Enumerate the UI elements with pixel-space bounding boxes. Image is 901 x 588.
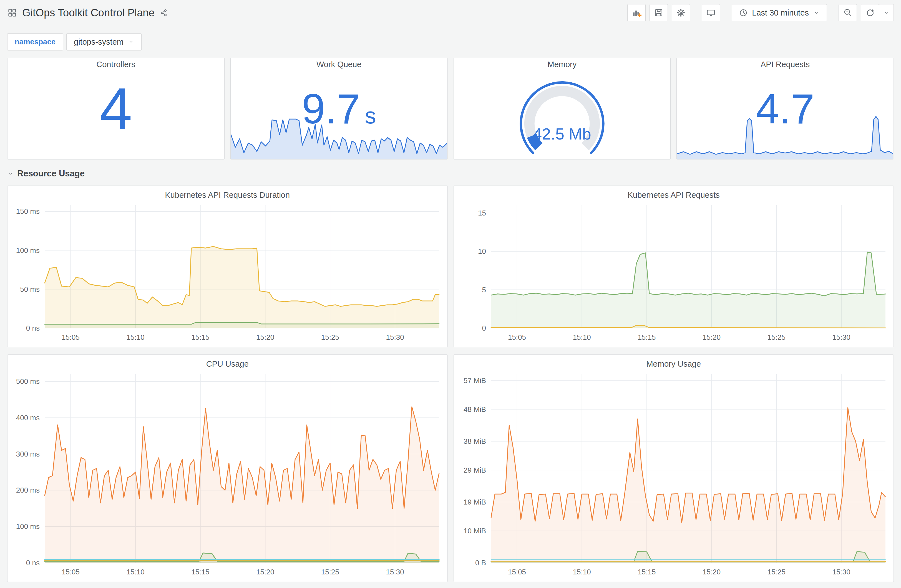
y-axis-label: 10: [478, 247, 486, 255]
x-axis-label: 15:10: [573, 568, 591, 576]
timeseries-plot[interactable]: 0 ns100 ms200 ms300 ms400 ms500 ms15:051…: [11, 370, 444, 579]
legend-header: avgcurrent: [458, 579, 889, 582]
y-axis-label: 500 ms: [16, 377, 40, 386]
y-axis-label: 150 ms: [16, 207, 40, 216]
x-axis-label: 15:15: [191, 568, 209, 576]
time-range-label: Last 30 minutes: [752, 8, 809, 17]
page-title[interactable]: GitOps Toolkit Control Plane: [22, 7, 154, 19]
x-axis-label: 15:15: [638, 333, 656, 341]
chevron-down-icon: [813, 9, 820, 16]
add-panel-button[interactable]: [627, 4, 645, 21]
y-axis-label: 100 ms: [16, 522, 40, 530]
panel-cpu-usage: CPU Usage 0 ns100 ms200 ms300 ms400 ms50…: [7, 355, 448, 582]
panel-memory: Memory 42.5 Mb: [454, 58, 671, 159]
y-axis-label: 400 ms: [16, 414, 40, 422]
add-panel-icon: [631, 8, 641, 18]
time-range-picker[interactable]: Last 30 minutes: [732, 4, 827, 21]
panel-title[interactable]: Memory: [454, 58, 670, 71]
stat-value: 9.7s: [231, 88, 447, 130]
legend-header: avgcurrent: [12, 579, 443, 582]
x-axis-label: 15:10: [573, 333, 591, 341]
save-dashboard-icon: [654, 8, 663, 17]
stat-value: 4: [8, 79, 224, 138]
memory-gauge: 42.5 Mb: [511, 72, 613, 156]
y-axis-label: 48 MiB: [463, 405, 486, 414]
y-axis-label: 0 ns: [26, 558, 40, 567]
tv-icon: [706, 8, 716, 17]
x-axis-label: 15:30: [386, 333, 404, 341]
x-axis-label: 15:25: [767, 568, 785, 576]
legend-sort-current[interactable]: current: [382, 347, 439, 347]
y-axis-label: 50 ms: [20, 285, 40, 294]
y-axis-label: 29 MiB: [463, 466, 486, 474]
x-axis-label: 15:10: [126, 333, 145, 341]
legend-sort-avg[interactable]: avg: [329, 347, 382, 347]
panel-title[interactable]: API Requests: [677, 58, 893, 71]
panel-title[interactable]: Kubernetes API Requests: [458, 188, 890, 201]
x-axis-label: 15:25: [767, 333, 785, 341]
x-axis-label: 15:05: [508, 333, 526, 341]
y-axis-label: 100 ms: [16, 246, 40, 255]
panel-title[interactable]: CPU Usage: [11, 358, 444, 370]
chart-svg: 0 ns100 ms200 ms300 ms400 ms500 ms15:051…: [11, 370, 444, 578]
panel-k8s-api-requests: Kubernetes API Requests 05101515:0515:10…: [454, 185, 894, 347]
legend-sort-current[interactable]: current: [382, 581, 439, 582]
dashboard-settings-button[interactable]: [672, 4, 690, 21]
save-dashboard-button[interactable]: [650, 4, 668, 21]
x-axis-label: 15:05: [508, 568, 526, 576]
toolbar: Last 30 minutes: [627, 4, 894, 21]
y-axis-label: 19 MiB: [463, 498, 486, 506]
panel-memory-usage: Memory Usage 0 B10 MiB19 MiB29 MiB38 MiB…: [454, 355, 894, 582]
refresh-button[interactable]: [861, 4, 879, 21]
x-axis-label: 15:30: [832, 333, 850, 341]
charts-row-1: Kubernetes API Requests Duration 0 ns50 …: [7, 185, 894, 347]
legend-sort-avg[interactable]: avg: [776, 581, 828, 582]
panel-title[interactable]: Memory Usage: [458, 358, 890, 370]
clock-icon: [739, 8, 748, 17]
legend-header: avgcurrent: [12, 345, 443, 347]
y-axis-label: 10 MiB: [463, 527, 486, 535]
dashboard-header: GitOps Toolkit Control Plane: [0, 0, 901, 25]
y-axis-label: 57 MiB: [463, 376, 486, 385]
x-axis-label: 15:30: [386, 568, 404, 576]
timeseries-plot[interactable]: 0 ns50 ms100 ms150 ms15:0515:1015:1515:2…: [11, 201, 444, 345]
x-axis-label: 15:25: [321, 568, 339, 576]
cycle-view-button[interactable]: [702, 4, 720, 21]
x-axis-label: 15:15: [638, 568, 656, 576]
charts-row-2: CPU Usage 0 ns100 ms200 ms300 ms400 ms50…: [7, 355, 894, 582]
y-axis-label: 0 ns: [26, 324, 40, 332]
x-axis-label: 15:10: [126, 568, 145, 576]
timeseries-plot[interactable]: 0 B10 MiB19 MiB29 MiB38 MiB48 MiB57 MiB1…: [458, 370, 890, 579]
variable-value-dropdown[interactable]: gitops-system: [66, 33, 142, 50]
legend-sort-current[interactable]: current: [828, 347, 885, 347]
refresh-interval-dropdown[interactable]: [879, 4, 894, 21]
panel-controllers: Controllers 4: [7, 58, 224, 159]
dashboard-grid-icon[interactable]: [7, 8, 17, 18]
y-axis-label: 300 ms: [16, 450, 40, 458]
panel-work-queue: Work Queue 9.7s: [231, 58, 448, 159]
chevron-down-icon: [128, 39, 134, 45]
legend-sort-avg[interactable]: avg: [776, 347, 828, 347]
panel-title[interactable]: Work Queue: [231, 58, 447, 71]
share-icon[interactable]: [160, 8, 168, 17]
variable-value: gitops-system: [74, 37, 123, 47]
x-axis-label: 15:20: [703, 568, 720, 576]
x-axis-label: 15:20: [256, 568, 274, 576]
refresh-icon: [865, 8, 874, 17]
legend-sort-current[interactable]: current: [828, 581, 885, 582]
panel-title[interactable]: Controllers: [8, 58, 224, 71]
chart-svg: 0 ns50 ms100 ms150 ms15:0515:1015:1515:2…: [11, 201, 444, 344]
chevron-down-icon: [7, 170, 14, 177]
timeseries-plot[interactable]: 05101515:0515:1015:1515:2015:2515:30: [458, 201, 890, 345]
legend: avgcurrenthelm-controller-57f9b56bbf-k24…: [11, 579, 444, 582]
legend-sort-avg[interactable]: avg: [329, 581, 382, 582]
chevron-down-icon: [883, 9, 890, 16]
y-axis-label: 0: [482, 324, 486, 332]
panel-title[interactable]: Kubernetes API Requests Duration: [11, 188, 444, 201]
stat-unit: s: [365, 103, 376, 128]
x-axis-label: 15:15: [191, 333, 209, 341]
stats-row: Controllers 4 Work Queue 9.7s Memory 42.…: [7, 58, 894, 159]
panel-k8s-api-requests-duration: Kubernetes API Requests Duration 0 ns50 …: [7, 185, 448, 347]
row-toggle-resource-usage[interactable]: Resource Usage: [7, 168, 894, 179]
zoom-out-button[interactable]: [839, 4, 857, 21]
